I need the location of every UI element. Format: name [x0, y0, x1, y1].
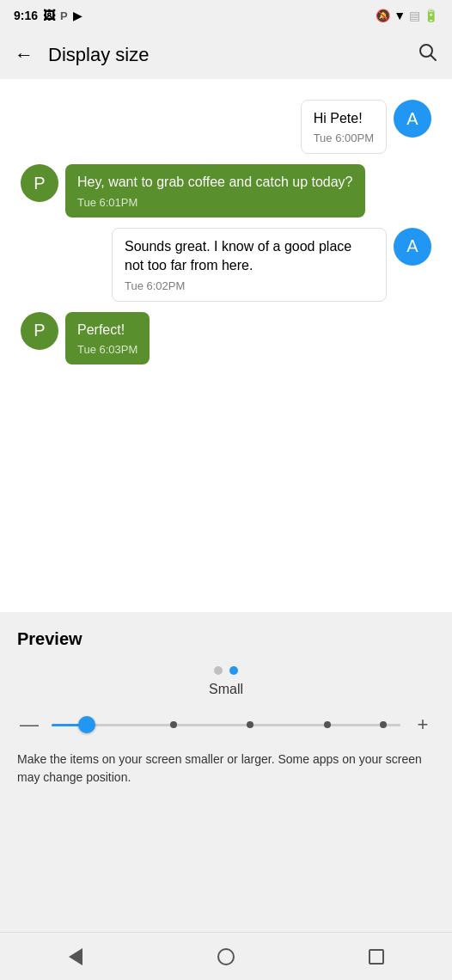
battery-icon: 🔋: [424, 9, 438, 22]
message-1: Hi Pete! Tue 6:00PM A: [21, 100, 431, 154]
p-status-icon: P: [60, 9, 68, 22]
slider-tick-5: [380, 721, 387, 728]
size-label: Small: [17, 682, 435, 697]
slider-tick-3: [247, 721, 253, 728]
nav-home-button[interactable]: [205, 940, 247, 974]
nav-recents-icon: [369, 949, 384, 965]
message-bubble-4: Perfect! Tue 6:03PM: [65, 312, 150, 364]
message-time-3: Tue 6:02PM: [125, 279, 374, 292]
message-time-4: Tue 6:03PM: [77, 343, 137, 356]
status-right: 🔕 ▼ ▤ 🔋: [376, 9, 438, 22]
nav-bar: [0, 932, 452, 980]
message-text-1: Hi Pete!: [314, 109, 374, 128]
avatar-p-2: P: [21, 164, 58, 202]
status-time: 9:16: [14, 9, 38, 22]
status-left: 9:16 🖼 P ▶: [14, 9, 82, 22]
signal-icon: ▤: [409, 9, 420, 22]
avatar-p-4: P: [21, 312, 58, 350]
slider-thumb[interactable]: [78, 716, 95, 733]
message-bubble-2: Hey, want to grab coffee and catch up to…: [65, 164, 365, 217]
preview-label: Preview: [17, 629, 435, 649]
bottom-section: Preview Small — + Make the items on your…: [0, 612, 452, 800]
slider-plus-button[interactable]: +: [411, 714, 435, 736]
slider-minus-button[interactable]: —: [17, 714, 41, 736]
messages-container: Hi Pete! Tue 6:00PM A P Hey, want to gra…: [14, 93, 438, 378]
photo-icon: 🖼: [43, 9, 55, 22]
dots-indicator: [17, 666, 435, 675]
help-text: Make the items on your screen smaller or…: [17, 750, 435, 787]
nav-home-icon: [217, 948, 235, 965]
message-bubble-1: Hi Pete! Tue 6:00PM: [301, 100, 387, 154]
slider-track: [52, 724, 400, 726]
dot-1: [214, 666, 223, 675]
bell-off-icon: 🔕: [376, 9, 390, 22]
nav-back-button[interactable]: [54, 940, 97, 974]
message-2: P Hey, want to grab coffee and catch up …: [21, 164, 431, 217]
message-time-2: Tue 6:01PM: [77, 196, 353, 209]
nav-back-icon: [69, 948, 82, 965]
dot-2: [229, 666, 238, 675]
top-bar-left: ← Display size: [7, 38, 149, 72]
message-text-2: Hey, want to grab coffee and catch up to…: [77, 173, 353, 192]
message-bubble-3: Sounds great. I know of a good place not…: [112, 228, 387, 302]
wifi-icon: ▼: [394, 9, 406, 22]
preview-area: Hi Pete! Tue 6:00PM A P Hey, want to gra…: [0, 79, 452, 612]
search-button[interactable]: [411, 38, 445, 72]
search-icon: [418, 43, 437, 67]
message-text-3: Sounds great. I know of a good place not…: [125, 237, 374, 276]
slider-row: — +: [17, 711, 435, 738]
message-3: Sounds great. I know of a good place not…: [21, 228, 431, 302]
back-arrow-icon: ←: [15, 44, 34, 66]
flag-icon: ▶: [73, 9, 82, 22]
slider-tick-2: [170, 721, 177, 728]
avatar-a-3: A: [394, 228, 431, 266]
nav-recents-button[interactable]: [355, 940, 398, 974]
status-bar: 9:16 🖼 P ▶ 🔕 ▼ ▤ 🔋: [0, 0, 452, 31]
svg-line-1: [431, 56, 437, 61]
back-button[interactable]: ←: [7, 38, 41, 72]
avatar-a-1: A: [394, 100, 431, 138]
message-text-4: Perfect!: [77, 321, 137, 340]
top-bar: ← Display size: [0, 31, 452, 79]
message-4: P Perfect! Tue 6:03PM: [21, 312, 431, 364]
slider-tick-4: [324, 721, 331, 728]
message-time-1: Tue 6:00PM: [314, 132, 374, 144]
page-title: Display size: [48, 44, 149, 66]
slider-track-container[interactable]: [52, 711, 400, 738]
